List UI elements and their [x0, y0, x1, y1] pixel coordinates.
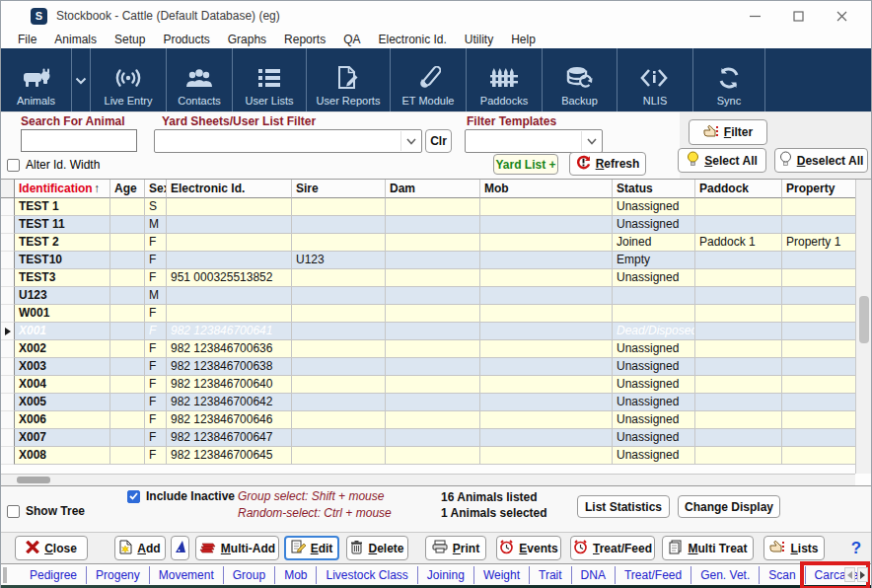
- toolbar-nlis-button[interactable]: NLIS: [618, 48, 693, 111]
- record-tab[interactable]: Joining: [418, 566, 474, 584]
- vertical-scrollbar-thumb[interactable]: [859, 296, 869, 343]
- column-header[interactable]: Status↑: [613, 180, 695, 198]
- chevron-down-icon[interactable]: [581, 131, 601, 151]
- menu-item[interactable]: Electronic Id.: [369, 33, 455, 46]
- table-row[interactable]: X005 F 982 123846700642 Unassigned: [1, 394, 857, 411]
- menu-item[interactable]: Utility: [456, 33, 502, 46]
- yard-list-button[interactable]: Yard List +: [493, 154, 558, 175]
- refresh-button[interactable]: Refresh: [569, 152, 646, 176]
- table-row[interactable]: TEST10 F U123 Empty: [1, 252, 857, 269]
- toolbar-paddocks-button[interactable]: Paddocks: [467, 48, 543, 111]
- checkbox-unchecked[interactable]: [7, 159, 20, 172]
- clear-filter-button[interactable]: Clr: [425, 129, 452, 153]
- table-row[interactable]: U123 M: [1, 287, 857, 305]
- record-tab[interactable]: Pedigree: [21, 566, 87, 584]
- menu-item[interactable]: Setup: [106, 33, 154, 46]
- close-button[interactable]: Close: [15, 536, 88, 560]
- close-window-button[interactable]: [820, 1, 863, 31]
- column-header[interactable]: Sex↑: [145, 180, 167, 198]
- table-row[interactable]: TEST 2 F Joined Paddock 1 Property 1: [1, 234, 857, 252]
- events-button[interactable]: Events: [496, 536, 561, 560]
- help-button[interactable]: ?: [842, 536, 870, 560]
- alter-id-width-checkbox[interactable]: Alter Id. Width: [7, 158, 100, 172]
- horizontal-scrollbar[interactable]: [1, 474, 855, 485]
- column-header[interactable]: Electronic Id.↑: [167, 180, 292, 198]
- record-tab[interactable]: Trait: [530, 566, 572, 584]
- filter-button[interactable]: Filter: [689, 119, 767, 145]
- filter-templates-combobox[interactable]: [465, 129, 603, 153]
- delete-button[interactable]: Delete: [346, 536, 408, 560]
- multi-add-button[interactable]: Multi-Add: [195, 536, 279, 560]
- toolbar-user-reports-button[interactable]: User Reports: [307, 48, 391, 111]
- table-row[interactable]: TEST 11 M Unassigned: [1, 216, 857, 234]
- column-header[interactable]: Age↑: [110, 180, 145, 198]
- select-all-button[interactable]: Select All: [678, 148, 766, 173]
- table-row[interactable]: X003 F 982 123846700638 Unassigned: [1, 358, 857, 376]
- multi-treat-button[interactable]: Multi Treat: [662, 536, 754, 560]
- table-row[interactable]: X006 F 982 123846700646 Unassigned: [1, 411, 857, 429]
- column-header[interactable]: Identification↑: [15, 180, 110, 198]
- table-row[interactable]: X004 F 982 123846700640 Unassigned: [1, 376, 857, 394]
- toolbar-contacts-button[interactable]: Contacts: [167, 48, 233, 111]
- horizontal-scrollbar-thumb[interactable]: [17, 477, 50, 483]
- record-tab[interactable]: Progeny: [87, 566, 150, 584]
- record-tab[interactable]: Group: [224, 566, 275, 584]
- record-tab[interactable]: Mob: [275, 566, 317, 584]
- table-row[interactable]: TEST 1 S Unassigned: [1, 198, 857, 216]
- checkbox-checked[interactable]: [127, 490, 140, 503]
- table-row[interactable]: W001 F: [1, 305, 857, 323]
- tab-scroll-left-button[interactable]: [844, 567, 855, 582]
- include-inactive-checkbox[interactable]: Include Inactive: [127, 489, 235, 503]
- yard-filter-combobox[interactable]: [154, 129, 422, 153]
- menu-item[interactable]: File: [9, 33, 45, 46]
- tab-scroll-right-button[interactable]: [857, 567, 868, 582]
- toolbar-sync-button[interactable]: Sync: [693, 48, 765, 111]
- column-header[interactable]: Sire↑: [292, 180, 386, 198]
- animals-dropdown-button[interactable]: [72, 48, 91, 111]
- menu-item[interactable]: Animals: [45, 33, 106, 46]
- record-tab[interactable]: Movement: [150, 566, 224, 584]
- checkbox-unchecked[interactable]: [7, 505, 20, 518]
- record-tab[interactable]: Gen. Vet.: [691, 566, 760, 584]
- record-tab[interactable]: EBV: [868, 566, 872, 584]
- table-row[interactable]: TEST3 F 951 000325513852 Unassigned: [1, 269, 857, 287]
- record-tab[interactable]: Livestock Class: [317, 566, 417, 584]
- record-tab[interactable]: DNA: [572, 566, 616, 584]
- lists-button[interactable]: Lists: [763, 536, 825, 560]
- toolbar-backup-button[interactable]: Backup: [543, 48, 618, 111]
- column-header[interactable]: Paddock↑: [695, 180, 782, 198]
- deselect-all-button[interactable]: Deselect All: [774, 148, 868, 173]
- column-header[interactable]: Property↑: [782, 180, 857, 198]
- menu-item[interactable]: Reports: [275, 33, 334, 46]
- toolbar-user-lists-button[interactable]: User Lists: [233, 48, 307, 111]
- toolbar-animals-button[interactable]: Animals: [1, 48, 72, 111]
- column-header[interactable]: Dam↑: [386, 180, 480, 198]
- record-tab[interactable]: Treat/Feed: [616, 566, 691, 584]
- table-row[interactable]: X001 F 982 123846700641 Dead/Disposed: [1, 323, 857, 340]
- add-wizard-button[interactable]: [171, 536, 189, 560]
- show-tree-checkbox[interactable]: Show Tree: [7, 504, 85, 518]
- table-row[interactable]: X008 F 982 123846700645 Unassigned: [1, 447, 857, 465]
- maximize-button[interactable]: [776, 1, 820, 31]
- menu-item[interactable]: Graphs: [219, 33, 275, 46]
- vertical-scrollbar[interactable]: [855, 180, 871, 474]
- column-header[interactable]: Mob↑: [480, 180, 613, 198]
- search-animal-input[interactable]: [21, 129, 137, 152]
- toolbar-et-module-button[interactable]: ET Module: [391, 48, 467, 111]
- list-statistics-button[interactable]: List Statistics: [577, 495, 670, 518]
- menu-item[interactable]: QA: [334, 33, 369, 46]
- change-display-button[interactable]: Change Display: [678, 495, 780, 518]
- minimize-button[interactable]: [733, 1, 776, 31]
- add-button[interactable]: Add: [114, 536, 166, 560]
- table-row[interactable]: X007 F 982 123846700647 Unassigned: [1, 429, 857, 447]
- edit-button[interactable]: Edit: [284, 536, 339, 560]
- record-tab[interactable]: Weight: [474, 566, 530, 584]
- tab-bar-grip[interactable]: [3, 567, 7, 583]
- record-tab[interactable]: Scan: [760, 566, 805, 584]
- print-button[interactable]: Print: [425, 536, 486, 560]
- treat-feed-button[interactable]: Treat/Feed: [570, 536, 655, 560]
- toolbar-live-entry-button[interactable]: Live Entry: [91, 48, 167, 111]
- table-row[interactable]: X002 F 982 123846700636 Unassigned: [1, 340, 857, 358]
- menu-item[interactable]: Products: [154, 33, 218, 46]
- menu-item[interactable]: Help: [502, 33, 545, 46]
